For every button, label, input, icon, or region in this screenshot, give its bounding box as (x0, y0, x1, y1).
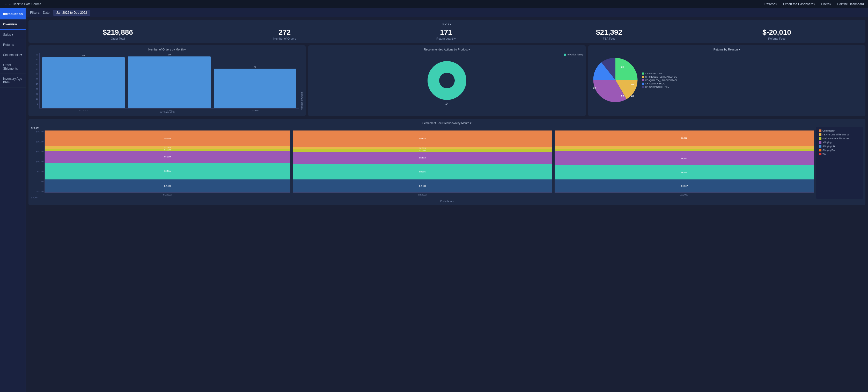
content-area: Filters: Date: Jan-2022 to Dec-2022 KPIs… (26, 8, 868, 392)
settlement-month-1: $26,081 $25,000$20,000$15,000$10,000$5,0… (31, 127, 290, 199)
settlement-stacked-1: $25,000$20,000$15,000$10,000$5,000$0$-5,… (31, 130, 290, 193)
filters-bar: Filters: Date: Jan-2022 to Dec-2022 (26, 8, 868, 17)
kpi-fba-fees: $21,392 FBA Fees (596, 28, 622, 40)
recommended-pie-svg (424, 57, 470, 104)
orders-chart-title[interactable]: Number of Orders by Month ▾ (31, 48, 303, 51)
settlement-legend: Commission FBAPerUnitFulfillmentFee Mark… (816, 127, 863, 199)
settlement-stacked-2: $8,136 $6,613 $1,190 $1,323 $8,818 $-7,4… (293, 130, 552, 193)
sidebar-item-introduction[interactable]: Introduction (0, 8, 26, 20)
kpi-referral-fees-value: $-20,010 (763, 28, 791, 36)
sidebar-item-overview[interactable]: Overview (0, 20, 26, 30)
export-button[interactable]: Export the Dashboard▾ (783, 2, 815, 6)
bar-02-2022: 99 (128, 53, 210, 108)
back-arrow-icon: ← (4, 2, 7, 6)
sidebar-item-order-shipments[interactable]: Order Shipments (0, 60, 26, 74)
returns-label-26: 26 (621, 65, 624, 68)
returns-label-23: 23 (593, 87, 596, 89)
settlement-section: Settlement Fee Breakdown by Month ▾ $26,… (28, 119, 865, 205)
settlement-month-2: $8,136 $6,613 $1,190 $1,323 $8,818 $-7,4… (293, 127, 552, 199)
kpi-order-total-label: Order Total (103, 37, 133, 40)
kpi-return-qty-label: Return quantity (436, 37, 456, 40)
bar-01-2022: 98 (42, 54, 125, 108)
kpi-return-qty-value: 171 (436, 28, 456, 36)
kpi-referral-fees: $-20,010 Referral Fees (763, 28, 791, 40)
date-filter-button[interactable]: Jan-2022 to Dec-2022 (53, 10, 91, 16)
returns-pie-container: 26 60 50 23 12 (591, 55, 640, 105)
returns-label-60: 60 (631, 83, 633, 86)
kpi-num-orders-value: 272 (273, 28, 296, 36)
settlement-title[interactable]: Settlement Fee Breakdown by Month ▾ (31, 121, 863, 125)
returns-pie-svg (591, 55, 640, 104)
kpi-header[interactable]: KPIs ▾ (33, 23, 861, 26)
top-bar-actions: Refresh▾ Export the Dashboard▾ Filters▾ … (765, 2, 864, 6)
sidebar-item-inventory-age-kpis[interactable]: Inventory Age KPIs (0, 74, 26, 88)
returns-legend: CR-DEFECTIVE CR-MISSED_ESTIMATED_DE CR-Q… (642, 72, 678, 89)
recommended-legend: Advertise listing (564, 53, 583, 56)
date-filter-label: Date: (43, 11, 51, 14)
back-button[interactable]: ← ← Back to Data Source (4, 2, 41, 6)
returns-chart-title[interactable]: Returns by Reason ▾ (591, 48, 863, 51)
kpi-num-orders: 272 Number of Orders (273, 28, 296, 40)
recommended-value: 14 (445, 102, 448, 105)
orders-chart-card: Number of Orders by Month ▾ 999080706050… (28, 45, 306, 116)
orders-bars-area: 98 99 76 (39, 53, 299, 110)
kpi-referral-fees-label: Referral Fees (763, 37, 791, 40)
edit-button[interactable]: Edit the Dashboard (837, 2, 864, 6)
returns-label-50: 50 (621, 94, 624, 97)
kpi-order-total-value: $219,886 (103, 28, 133, 36)
bar-03-2022: 76 (214, 65, 296, 108)
kpi-order-total: $219,886 Order Total (103, 28, 133, 40)
charts-row: Number of Orders by Month ▾ 999080706050… (28, 45, 865, 116)
dashboard: KPIs ▾ $219,886 Order Total 272 Number o… (26, 17, 868, 392)
returns-chart-card: Returns by Reason ▾ (588, 45, 865, 116)
sidebar-item-settlements[interactable]: Settlements ▾ (0, 50, 26, 60)
settlement-grid: $26,081 $25,000$20,000$15,000$10,000$5,0… (31, 127, 863, 199)
recommended-chart-title[interactable]: Recommended Actions by Product ▾ (311, 48, 583, 51)
back-label[interactable]: ← Back to Data Source (9, 2, 41, 6)
sidebar-item-sales[interactable]: Sales ▾ (0, 30, 26, 40)
sidebar-item-returns[interactable]: Returns (0, 40, 26, 50)
settlement-x-axis-label: Posted-date (31, 200, 863, 203)
filters-button[interactable]: Filters▾ (821, 2, 831, 6)
svg-point-1 (439, 73, 455, 88)
kpi-row: $219,886 Order Total 272 Number of Order… (33, 28, 861, 40)
main-layout: Introduction Overview Sales ▾ Returns Se… (0, 8, 868, 392)
kpi-num-orders-label: Number of Orders (273, 37, 296, 40)
kpi-fba-fees-label: FBA Fees (596, 37, 622, 40)
settlement-month-3: $4,679 $4,877 $6,502 $-5,527 03/2022 (555, 127, 814, 199)
orders-y-axis: 999080706050403020100 (31, 53, 38, 110)
returns-label-12: 12 (631, 94, 633, 97)
kpi-fba-fees-value: $21,392 (596, 28, 622, 36)
filters-label: Filters: (30, 11, 40, 14)
returns-chart-area: 26 60 50 23 12 CR-DEFECTIVE CR-MISSED_ES… (591, 53, 863, 108)
recommended-chart-area: Advertise listing 14 (311, 53, 583, 108)
kpi-return-qty: 171 Return quantity (436, 28, 456, 40)
kpi-section: KPIs ▾ $219,886 Order Total 272 Number o… (28, 20, 865, 43)
refresh-button[interactable]: Refresh▾ (765, 2, 777, 6)
settlement-stacked-3: $4,679 $4,877 $6,502 $-5,527 (555, 130, 814, 193)
sidebar: Introduction Overview Sales ▾ Returns Se… (0, 8, 26, 392)
recommended-chart-card: Recommended Actions by Product ▾ Adverti… (308, 45, 585, 116)
top-bar: ← ← Back to Data Source Refresh▾ Export … (0, 0, 868, 8)
orders-y-axis-label: Number of Orders (301, 53, 303, 110)
